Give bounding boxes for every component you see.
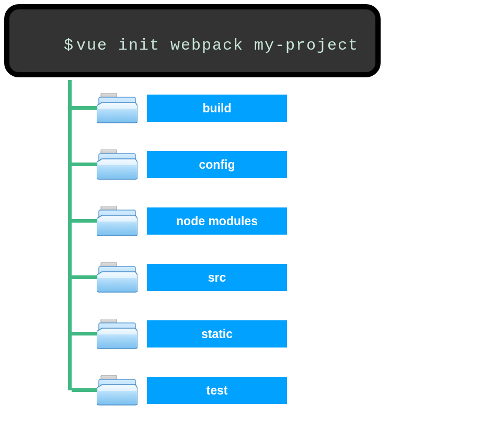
tree-item: node modules bbox=[68, 193, 287, 249]
tree-vertical-line bbox=[68, 193, 72, 249]
folder-icon bbox=[97, 375, 138, 406]
directory-tree: build config node modules bbox=[68, 80, 287, 419]
folder-label: build bbox=[147, 95, 287, 122]
folder-label: node modules bbox=[147, 207, 287, 235]
tree-item: build bbox=[68, 80, 287, 136]
tree-vertical-line bbox=[68, 80, 72, 136]
tree-item: test bbox=[68, 362, 287, 419]
tree-horizontal-line bbox=[72, 388, 98, 392]
tree-horizontal-line bbox=[72, 332, 98, 335]
tree-horizontal-line bbox=[72, 275, 98, 279]
tree-vertical-line bbox=[68, 362, 72, 390]
tree-vertical-line bbox=[68, 249, 72, 306]
folder-icon bbox=[97, 319, 138, 349]
folder-label: src bbox=[147, 264, 287, 291]
terminal-command: vue init webpack my-project bbox=[76, 37, 359, 54]
tree-item: static bbox=[68, 306, 287, 362]
folder-icon bbox=[97, 149, 138, 180]
folder-label: test bbox=[147, 377, 287, 404]
tree-vertical-line bbox=[68, 306, 72, 362]
terminal-prompt: $ bbox=[64, 37, 74, 54]
tree-item: config bbox=[68, 136, 287, 193]
tree-item: src bbox=[68, 249, 287, 306]
folder-label: config bbox=[147, 151, 287, 178]
tree-vertical-line bbox=[68, 136, 72, 193]
tree-horizontal-line bbox=[72, 219, 98, 223]
folder-icon bbox=[97, 93, 138, 123]
tree-horizontal-line bbox=[72, 106, 98, 110]
folder-icon bbox=[97, 262, 138, 293]
tree-horizontal-line bbox=[72, 163, 98, 166]
folder-label: static bbox=[147, 320, 287, 348]
terminal-window: $vue init webpack my-project bbox=[4, 4, 381, 77]
folder-icon bbox=[97, 206, 138, 236]
terminal-command-line: $vue init webpack my-project bbox=[22, 19, 363, 72]
